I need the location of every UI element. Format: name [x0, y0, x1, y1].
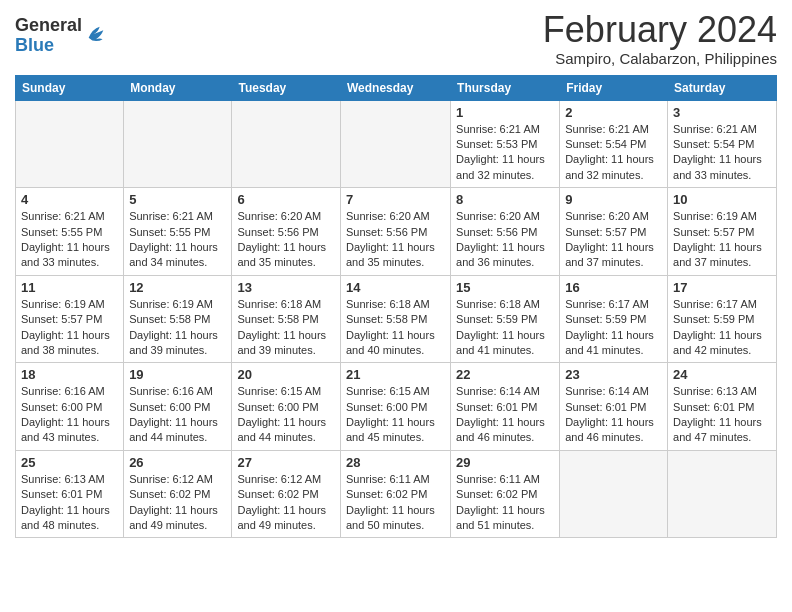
calendar-cell: 1Sunrise: 6:21 AM Sunset: 5:53 PM Daylig… [451, 100, 560, 188]
page-title: February 2024 [543, 10, 777, 50]
calendar-cell: 16Sunrise: 6:17 AM Sunset: 5:59 PM Dayli… [560, 275, 668, 363]
calendar-cell: 13Sunrise: 6:18 AM Sunset: 5:58 PM Dayli… [232, 275, 341, 363]
day-header-monday: Monday [124, 75, 232, 100]
day-number: 22 [456, 367, 554, 382]
calendar-cell: 21Sunrise: 6:15 AM Sunset: 6:00 PM Dayli… [340, 363, 450, 451]
calendar-cell: 15Sunrise: 6:18 AM Sunset: 5:59 PM Dayli… [451, 275, 560, 363]
day-number: 3 [673, 105, 771, 120]
cell-sun-info: Sunrise: 6:14 AM Sunset: 6:01 PM Dayligh… [456, 384, 554, 446]
day-number: 2 [565, 105, 662, 120]
cell-sun-info: Sunrise: 6:20 AM Sunset: 5:56 PM Dayligh… [456, 209, 554, 271]
cell-sun-info: Sunrise: 6:17 AM Sunset: 5:59 PM Dayligh… [673, 297, 771, 359]
cell-sun-info: Sunrise: 6:11 AM Sunset: 6:02 PM Dayligh… [346, 472, 445, 534]
day-number: 1 [456, 105, 554, 120]
calendar-cell: 11Sunrise: 6:19 AM Sunset: 5:57 PM Dayli… [16, 275, 124, 363]
calendar-cell: 19Sunrise: 6:16 AM Sunset: 6:00 PM Dayli… [124, 363, 232, 451]
day-number: 26 [129, 455, 226, 470]
day-number: 7 [346, 192, 445, 207]
day-number: 25 [21, 455, 118, 470]
calendar-cell: 8Sunrise: 6:20 AM Sunset: 5:56 PM Daylig… [451, 188, 560, 276]
day-number: 9 [565, 192, 662, 207]
cell-sun-info: Sunrise: 6:20 AM Sunset: 5:57 PM Dayligh… [565, 209, 662, 271]
cell-sun-info: Sunrise: 6:21 AM Sunset: 5:55 PM Dayligh… [129, 209, 226, 271]
cell-sun-info: Sunrise: 6:11 AM Sunset: 6:02 PM Dayligh… [456, 472, 554, 534]
cell-sun-info: Sunrise: 6:15 AM Sunset: 6:00 PM Dayligh… [346, 384, 445, 446]
calendar-cell: 18Sunrise: 6:16 AM Sunset: 6:00 PM Dayli… [16, 363, 124, 451]
logo: General Blue [15, 16, 107, 56]
calendar-cell: 3Sunrise: 6:21 AM Sunset: 5:54 PM Daylig… [668, 100, 777, 188]
calendar-table: SundayMondayTuesdayWednesdayThursdayFrid… [15, 75, 777, 539]
cell-sun-info: Sunrise: 6:19 AM Sunset: 5:57 PM Dayligh… [21, 297, 118, 359]
day-number: 27 [237, 455, 335, 470]
calendar-cell [232, 100, 341, 188]
cell-sun-info: Sunrise: 6:16 AM Sunset: 6:00 PM Dayligh… [21, 384, 118, 446]
day-number: 12 [129, 280, 226, 295]
calendar-cell [16, 100, 124, 188]
week-row-3: 11Sunrise: 6:19 AM Sunset: 5:57 PM Dayli… [16, 275, 777, 363]
calendar-cell: 29Sunrise: 6:11 AM Sunset: 6:02 PM Dayli… [451, 450, 560, 538]
calendar-cell: 2Sunrise: 6:21 AM Sunset: 5:54 PM Daylig… [560, 100, 668, 188]
day-header-wednesday: Wednesday [340, 75, 450, 100]
calendar-cell: 27Sunrise: 6:12 AM Sunset: 6:02 PM Dayli… [232, 450, 341, 538]
day-number: 13 [237, 280, 335, 295]
cell-sun-info: Sunrise: 6:21 AM Sunset: 5:54 PM Dayligh… [565, 122, 662, 184]
calendar-cell: 6Sunrise: 6:20 AM Sunset: 5:56 PM Daylig… [232, 188, 341, 276]
calendar-cell: 22Sunrise: 6:14 AM Sunset: 6:01 PM Dayli… [451, 363, 560, 451]
calendar-cell: 12Sunrise: 6:19 AM Sunset: 5:58 PM Dayli… [124, 275, 232, 363]
cell-sun-info: Sunrise: 6:16 AM Sunset: 6:00 PM Dayligh… [129, 384, 226, 446]
cell-sun-info: Sunrise: 6:12 AM Sunset: 6:02 PM Dayligh… [129, 472, 226, 534]
calendar-cell: 26Sunrise: 6:12 AM Sunset: 6:02 PM Dayli… [124, 450, 232, 538]
day-number: 20 [237, 367, 335, 382]
cell-sun-info: Sunrise: 6:21 AM Sunset: 5:55 PM Dayligh… [21, 209, 118, 271]
logo-blue-text: Blue [15, 36, 82, 56]
cell-sun-info: Sunrise: 6:13 AM Sunset: 6:01 PM Dayligh… [21, 472, 118, 534]
day-number: 10 [673, 192, 771, 207]
day-header-friday: Friday [560, 75, 668, 100]
day-number: 24 [673, 367, 771, 382]
calendar-cell [340, 100, 450, 188]
cell-sun-info: Sunrise: 6:19 AM Sunset: 5:57 PM Dayligh… [673, 209, 771, 271]
day-number: 21 [346, 367, 445, 382]
cell-sun-info: Sunrise: 6:15 AM Sunset: 6:00 PM Dayligh… [237, 384, 335, 446]
cell-sun-info: Sunrise: 6:20 AM Sunset: 5:56 PM Dayligh… [237, 209, 335, 271]
cell-sun-info: Sunrise: 6:14 AM Sunset: 6:01 PM Dayligh… [565, 384, 662, 446]
day-number: 15 [456, 280, 554, 295]
cell-sun-info: Sunrise: 6:20 AM Sunset: 5:56 PM Dayligh… [346, 209, 445, 271]
day-header-saturday: Saturday [668, 75, 777, 100]
calendar-cell: 28Sunrise: 6:11 AM Sunset: 6:02 PM Dayli… [340, 450, 450, 538]
day-header-tuesday: Tuesday [232, 75, 341, 100]
cell-sun-info: Sunrise: 6:21 AM Sunset: 5:53 PM Dayligh… [456, 122, 554, 184]
day-number: 23 [565, 367, 662, 382]
calendar-cell: 5Sunrise: 6:21 AM Sunset: 5:55 PM Daylig… [124, 188, 232, 276]
week-row-2: 4Sunrise: 6:21 AM Sunset: 5:55 PM Daylig… [16, 188, 777, 276]
day-number: 14 [346, 280, 445, 295]
day-header-thursday: Thursday [451, 75, 560, 100]
cell-sun-info: Sunrise: 6:17 AM Sunset: 5:59 PM Dayligh… [565, 297, 662, 359]
title-area: February 2024 Sampiro, Calabarzon, Phili… [543, 10, 777, 67]
logo-general-text: General [15, 16, 82, 36]
day-number: 16 [565, 280, 662, 295]
header: General Blue February 2024 Sampiro, Cala… [15, 10, 777, 67]
calendar-cell: 7Sunrise: 6:20 AM Sunset: 5:56 PM Daylig… [340, 188, 450, 276]
week-row-1: 1Sunrise: 6:21 AM Sunset: 5:53 PM Daylig… [16, 100, 777, 188]
day-number: 6 [237, 192, 335, 207]
week-row-5: 25Sunrise: 6:13 AM Sunset: 6:01 PM Dayli… [16, 450, 777, 538]
calendar-cell [124, 100, 232, 188]
cell-sun-info: Sunrise: 6:12 AM Sunset: 6:02 PM Dayligh… [237, 472, 335, 534]
day-number: 4 [21, 192, 118, 207]
calendar-cell [668, 450, 777, 538]
day-number: 19 [129, 367, 226, 382]
day-number: 5 [129, 192, 226, 207]
day-number: 11 [21, 280, 118, 295]
week-row-4: 18Sunrise: 6:16 AM Sunset: 6:00 PM Dayli… [16, 363, 777, 451]
cell-sun-info: Sunrise: 6:19 AM Sunset: 5:58 PM Dayligh… [129, 297, 226, 359]
calendar-cell: 14Sunrise: 6:18 AM Sunset: 5:58 PM Dayli… [340, 275, 450, 363]
day-number: 8 [456, 192, 554, 207]
cell-sun-info: Sunrise: 6:18 AM Sunset: 5:58 PM Dayligh… [237, 297, 335, 359]
calendar-cell: 25Sunrise: 6:13 AM Sunset: 6:01 PM Dayli… [16, 450, 124, 538]
calendar-cell: 24Sunrise: 6:13 AM Sunset: 6:01 PM Dayli… [668, 363, 777, 451]
day-number: 29 [456, 455, 554, 470]
cell-sun-info: Sunrise: 6:13 AM Sunset: 6:01 PM Dayligh… [673, 384, 771, 446]
calendar-cell: 9Sunrise: 6:20 AM Sunset: 5:57 PM Daylig… [560, 188, 668, 276]
day-number: 17 [673, 280, 771, 295]
